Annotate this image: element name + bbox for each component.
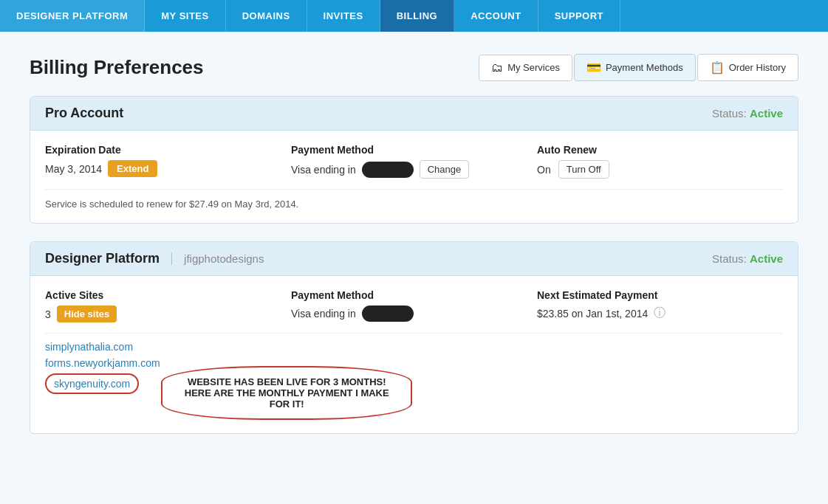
extend-button[interactable]: Extend [108, 160, 157, 177]
nav-billing[interactable]: Billing [380, 0, 455, 32]
change-payment-button[interactable]: Change [420, 160, 470, 179]
designer-platform-body: Active Sites 3 Hide sites Payment Method… [30, 276, 798, 433]
tab-payment-methods[interactable]: 💳 Payment Methods [574, 54, 696, 81]
active-sites-value: 3 Hide sites [45, 305, 291, 322]
callout-area: skyngenuity.com WEBSITE HAS BEEN LIVE FO… [45, 373, 783, 420]
site-link-3[interactable]: skyngenuity.com [45, 373, 139, 394]
main-content: Billing Preferences 🗂 My Services 💳 Paym… [0, 32, 828, 504]
visa-number-redacted [362, 162, 414, 178]
tab-my-services[interactable]: 🗂 My Services [479, 55, 572, 81]
pro-account-status-value: Active [750, 107, 783, 120]
expiration-col: Expiration Date May 3, 2014 Extend [45, 144, 291, 179]
auto-renew-col: Auto Renew On Turn Off [537, 144, 783, 179]
dp-visa-number-redacted [362, 305, 414, 322]
designer-platform-subtitle: jfigphotodesigns [171, 252, 264, 265]
next-payment-col: Next Estimated Payment $23.85 on Jan 1st… [537, 289, 783, 322]
next-payment-label: Next Estimated Payment [537, 289, 783, 301]
nav-domains[interactable]: Domains [226, 0, 307, 32]
designer-platform-title-group: Designer Platform jfigphotodesigns [45, 251, 264, 266]
designer-platform-header: Designer Platform jfigphotodesigns Statu… [30, 242, 798, 276]
nav-my-sites[interactable]: My Sites [145, 0, 225, 32]
briefcase-icon: 🗂 [491, 61, 503, 75]
pro-account-status: Status: Active [712, 107, 783, 120]
designer-platform-title: Designer Platform [45, 251, 160, 266]
top-navigation: Designer Platform My Sites Domains Invit… [0, 0, 828, 32]
site-link-1[interactable]: simplynathalia.com [45, 341, 783, 353]
dp-payment-method-col: Payment Method Visa ending in [291, 289, 537, 322]
page-title: Billing Preferences [30, 56, 204, 79]
turn-off-button[interactable]: Turn Off [558, 160, 609, 179]
nav-support[interactable]: Support [538, 0, 620, 32]
designer-platform-status: Status: Active [712, 252, 783, 265]
pro-account-body: Expiration Date May 3, 2014 Extend Payme… [30, 131, 798, 223]
nav-designer-platform[interactable]: Designer Platform [0, 0, 145, 32]
expiration-label: Expiration Date [45, 144, 291, 156]
billing-header: Billing Preferences 🗂 My Services 💳 Paym… [30, 46, 798, 96]
auto-renew-label: Auto Renew [537, 144, 783, 156]
auto-renew-on: On [537, 164, 551, 176]
pro-account-card: Pro Account Status: Active Expiration Da… [30, 96, 798, 224]
dp-payment-method-label: Payment Method [291, 289, 537, 301]
designer-platform-status-value: Active [750, 252, 783, 265]
sites-list: simplynathalia.com forms.newyorkjamm.com… [45, 333, 783, 420]
tab-order-history[interactable]: 📋 Order History [697, 54, 798, 81]
dp-payment-method-value: Visa ending in [291, 305, 537, 322]
next-payment-value: $23.85 on Jan 1st, 2014 ⓘ [537, 305, 783, 321]
document-icon: 📋 [710, 61, 725, 75]
callout-bubble: WEBSITE HAS BEEN LIVE FOR 3 MONTHS! HERE… [161, 366, 412, 420]
payment-method-label: Payment Method [291, 144, 537, 156]
credit-card-icon: 💳 [586, 61, 601, 75]
pro-account-header: Pro Account Status: Active [30, 97, 798, 131]
hide-sites-button[interactable]: Hide sites [57, 305, 117, 322]
auto-renew-value: On Turn Off [537, 160, 783, 179]
active-sites-col: Active Sites 3 Hide sites [45, 289, 291, 322]
renewal-notice: Service is scheduled to renew for $27.49… [45, 189, 783, 210]
active-sites-label: Active Sites [45, 289, 291, 301]
nav-invites[interactable]: Invites [307, 0, 380, 32]
pro-account-title: Pro Account [45, 106, 123, 121]
info-icon: ⓘ [654, 305, 666, 321]
designer-platform-card: Designer Platform jfigphotodesigns Statu… [30, 241, 798, 434]
site-link-2[interactable]: forms.newyorkjamm.com [45, 357, 783, 369]
payment-method-value: Visa ending in Change [291, 160, 537, 179]
payment-method-col: Payment Method Visa ending in Change [291, 144, 537, 179]
billing-tabs: 🗂 My Services 💳 Payment Methods 📋 Order … [479, 54, 798, 81]
nav-account[interactable]: Account [454, 0, 538, 32]
expiration-value: May 3, 2014 Extend [45, 160, 291, 177]
pro-account-info: Expiration Date May 3, 2014 Extend Payme… [45, 144, 783, 179]
designer-platform-info: Active Sites 3 Hide sites Payment Method… [45, 289, 783, 322]
